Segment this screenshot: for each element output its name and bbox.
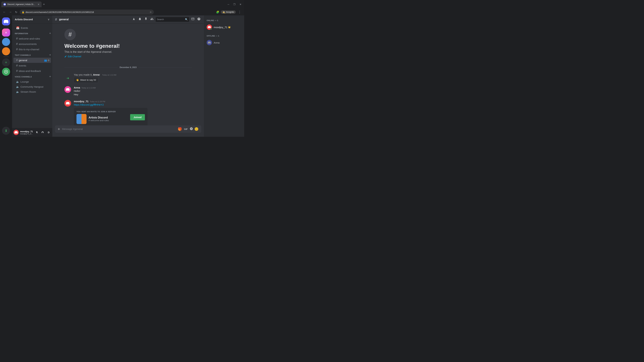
- channel-item-lounge[interactable]: 🔈 Lounge: [14, 79, 51, 84]
- channel-item-stream[interactable]: 🔈 Stream Room: [14, 89, 51, 94]
- info-add-button[interactable]: +: [49, 32, 51, 35]
- add-server-button[interactable]: +: [2, 58, 10, 66]
- download-button[interactable]: ⬇: [2, 127, 10, 135]
- discover-button[interactable]: [2, 68, 10, 76]
- browser-tab-active[interactable]: Discord | #general | Artists Disco... ✕: [1, 1, 42, 7]
- text-channels-add-button[interactable]: +: [49, 53, 51, 57]
- message-input[interactable]: [62, 127, 176, 131]
- channel-header-name: general: [59, 18, 68, 21]
- browser-menu-button[interactable]: ⋮: [237, 9, 242, 14]
- server-chevron-icon: ∨: [48, 18, 50, 21]
- search-bar[interactable]: Search 🔍: [156, 17, 189, 22]
- events-label: Events: [21, 27, 28, 29]
- server-divider: [3, 27, 9, 27]
- discord-home-button[interactable]: [2, 17, 10, 25]
- restore-button[interactable]: ❐: [232, 2, 237, 6]
- welcome-title: Welcome to #general!: [64, 43, 192, 49]
- server-sidebar: A Artists Discord + ⬇: [0, 15, 12, 137]
- channel-item-community[interactable]: 🔈 Community Hangout: [14, 84, 51, 89]
- anna-message-header: Anna Today at 1:13 AM: [74, 86, 192, 89]
- download-section: ⬇: [2, 127, 10, 135]
- info-section-header[interactable]: INFORMATION +: [12, 31, 52, 36]
- member-item-moodjoy[interactable]: moodjoy_71 👑: [205, 23, 243, 31]
- address-bar-right: 🧩 🕵 Incognito ⋮: [216, 9, 242, 14]
- moodjoy-author[interactable]: moodjoy_71: [74, 100, 88, 103]
- edit-channel-button[interactable]: Edit Channel: [64, 55, 81, 58]
- invite-link[interactable]: https://discord.gg/fffHHeY2: [74, 103, 104, 106]
- url-text: discord.com/channels/1182362010067935253…: [26, 11, 148, 13]
- notifications-icon[interactable]: [138, 16, 142, 22]
- channel-item-mychannel[interactable]: # this-is-my-channel: [14, 47, 51, 52]
- help-icon[interactable]: [196, 16, 201, 22]
- message-add-button[interactable]: +: [58, 127, 60, 131]
- tab-close-button[interactable]: ✕: [38, 3, 40, 6]
- settings-icon[interactable]: ⚙: [48, 59, 50, 62]
- crown-icon: 👑: [228, 26, 230, 28]
- new-tab-button[interactable]: +: [42, 2, 46, 7]
- channel-item-events[interactable]: # events: [14, 63, 51, 68]
- sticker-icon[interactable]: [190, 127, 193, 131]
- deafen-button[interactable]: [40, 130, 45, 135]
- inbox-icon[interactable]: [190, 16, 195, 22]
- gif-icon[interactable]: GIF: [183, 128, 188, 131]
- date-divider-text: December 8, 2023: [120, 66, 136, 68]
- channel-header: # general Search 🔍: [52, 15, 204, 23]
- moodjoy-link: https://discord.gg/fffHHeY2: [74, 103, 192, 107]
- emoji-icon[interactable]: 😊: [194, 127, 198, 131]
- voice-channels-add-button[interactable]: +: [49, 75, 51, 78]
- moodjoy-name-row: moodjoy_71 👑: [214, 26, 230, 29]
- extensions-icon[interactable]: 🧩: [216, 10, 219, 14]
- channel-item-general[interactable]: # general 👥 ⚙: [14, 58, 51, 63]
- channel-item-announcements[interactable]: # announcements: [14, 41, 51, 46]
- back-button[interactable]: ←: [2, 10, 7, 14]
- threads-icon[interactable]: [132, 16, 136, 22]
- voice-channels-header[interactable]: VOICE CHANNELS +: [12, 74, 52, 79]
- anna-avatar[interactable]: [64, 86, 71, 93]
- channel-name-feedback: ideas-and-feedback: [19, 69, 50, 72]
- anna-message-content: Anna Today at 1:13 AM Hello! Hey: [74, 86, 192, 96]
- minimize-button[interactable]: ─: [226, 2, 230, 6]
- pinned-icon[interactable]: [144, 16, 148, 22]
- invite-card-inner: Artists Discord # welcome-and-rules: [76, 114, 128, 124]
- anna-text-1: Hello!: [74, 89, 192, 93]
- settings-button[interactable]: [46, 130, 51, 135]
- user-avatar[interactable]: [14, 130, 19, 135]
- welcome-section: # Welcome to #general! This is the start…: [52, 26, 204, 62]
- hash-icon: #: [16, 37, 18, 40]
- messages-area: # Welcome to #general! This is the start…: [52, 23, 204, 125]
- channel-item-feedback[interactable]: # ideas-and-feedback: [14, 68, 51, 73]
- gift-icon[interactable]: 🎁: [178, 127, 182, 131]
- speaker-icon-lounge: 🔈: [16, 80, 20, 83]
- system-message-text: Yay you made it, Anna!: [74, 73, 101, 76]
- add-member-icon[interactable]: 👥: [44, 59, 47, 62]
- anna-author[interactable]: Anna: [74, 86, 80, 89]
- info-section-label: INFORMATION: [15, 32, 28, 34]
- forward-button[interactable]: →: [8, 10, 13, 14]
- header-icons: Search 🔍: [132, 16, 201, 22]
- browser-tabs: Discord | #general | Artists Disco... ✕ …: [1, 1, 225, 7]
- server-header[interactable]: Artists Discord ∨: [12, 15, 52, 23]
- moodjoy-avatar[interactable]: [64, 100, 71, 107]
- members-icon[interactable]: [150, 16, 154, 22]
- member-item-anna[interactable]: Anna: [205, 39, 243, 46]
- channel-item-welcome[interactable]: # welcome-and-rules: [14, 36, 51, 41]
- mute-button[interactable]: [34, 130, 40, 135]
- server-icon-2[interactable]: [2, 38, 10, 46]
- server-name: Artists Discord: [15, 18, 33, 21]
- star-icon[interactable]: ☆: [150, 11, 152, 13]
- system-msg-author: Anna: [93, 73, 100, 76]
- server-icon-artists[interactable]: A Artists Discord: [2, 28, 10, 36]
- close-button[interactable]: ✕: [238, 2, 243, 6]
- message-input-area: + 🎁 GIF 😊: [52, 125, 204, 137]
- system-message-content: Yay you made it, Anna! Today at 1:12 AM …: [74, 73, 116, 83]
- server-icon-3[interactable]: [2, 47, 10, 55]
- reload-button[interactable]: ↻: [14, 10, 18, 14]
- joined-button[interactable]: Joined: [130, 114, 145, 120]
- channel-name-announcements: announcements: [19, 42, 50, 45]
- search-placeholder: Search: [157, 18, 184, 21]
- text-channels-header[interactable]: TEXT CHANNELS +: [12, 53, 52, 57]
- address-bar[interactable]: 🔒 discord.com/channels/11823620100679352…: [20, 9, 154, 14]
- events-item[interactable]: 📅 Events: [14, 25, 51, 31]
- wave-button[interactable]: 👋 Wave to say hi!: [74, 77, 98, 83]
- user-area: moodjoy_71 moodjoy71_0...: [12, 128, 52, 137]
